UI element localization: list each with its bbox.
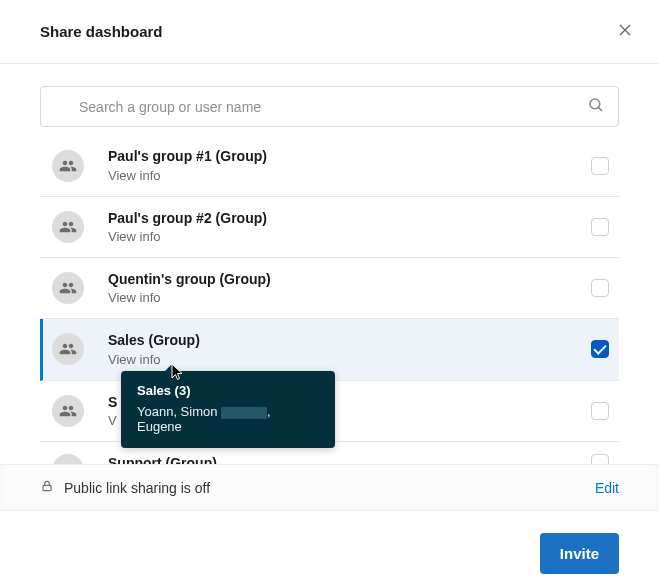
lock-icon [40, 479, 54, 496]
group-members-tooltip: Sales (3) Yoann, Simon , Eugene [121, 371, 335, 448]
close-icon [617, 22, 633, 38]
people-icon [59, 157, 77, 175]
list-item[interactable]: Paul's group #2 (Group) View info [40, 197, 619, 258]
people-icon [59, 402, 77, 420]
view-info-link[interactable]: View info [108, 290, 161, 305]
list-item[interactable]: Paul's group #1 (Group) View info [40, 139, 619, 197]
group-avatar [52, 150, 84, 182]
list-item-main: Paul's group #2 (Group) View info [108, 209, 591, 245]
list-item-title: Sales (Group) [108, 331, 591, 349]
list-item-title: Paul's group #2 (Group) [108, 209, 591, 227]
list-item-main: Sales (Group) View info [108, 331, 591, 367]
people-icon [59, 279, 77, 297]
svg-rect-2 [43, 485, 51, 490]
list-item-main: Support (Group) [108, 454, 591, 464]
list-item-title: Support (Group) [108, 454, 591, 464]
public-link-status: Public link sharing is off [64, 480, 210, 496]
edit-public-link-button[interactable]: Edit [595, 480, 619, 496]
tooltip-title: Sales (3) [137, 383, 319, 398]
invite-button[interactable]: Invite [540, 533, 619, 574]
tooltip-body: Yoann, Simon , Eugene [137, 404, 319, 434]
group-avatar [52, 395, 84, 427]
search-input[interactable] [40, 86, 619, 127]
group-list: Paul's group #1 (Group) View info Paul's… [40, 139, 619, 464]
list-item-checkbox[interactable] [591, 279, 609, 297]
people-icon [59, 461, 77, 464]
close-button[interactable] [613, 18, 637, 45]
search-wrap [40, 86, 619, 127]
dialog-footer: Invite [0, 511, 659, 586]
list-item-checkbox[interactable] [591, 402, 609, 420]
list-item-checkbox[interactable] [591, 340, 609, 358]
group-avatar [52, 454, 84, 464]
group-avatar [52, 272, 84, 304]
list-item[interactable]: Sales (Group) View info Sales (3) Yoann,… [40, 319, 619, 380]
view-info-link[interactable]: View info [108, 168, 161, 183]
list-item-checkbox[interactable] [591, 454, 609, 464]
group-avatar [52, 333, 84, 365]
public-link-bar: Public link sharing is off Edit [0, 464, 659, 511]
people-icon [59, 218, 77, 236]
group-avatar [52, 211, 84, 243]
view-info-link[interactable]: V [108, 413, 117, 428]
redacted-name [221, 407, 267, 419]
dialog-body: Paul's group #1 (Group) View info Paul's… [0, 64, 659, 464]
list-item-main: Quentin's group (Group) View info [108, 270, 591, 306]
dialog-title: Share dashboard [40, 23, 163, 40]
list-item-title: Paul's group #1 (Group) [108, 147, 591, 165]
list-item[interactable]: Quentin's group (Group) View info [40, 258, 619, 319]
list-item-title: Quentin's group (Group) [108, 270, 591, 288]
list-item-checkbox[interactable] [591, 157, 609, 175]
list-item-main: Paul's group #1 (Group) View info [108, 147, 591, 183]
view-info-link[interactable]: View info [108, 229, 161, 244]
view-info-link[interactable]: View info [108, 352, 161, 367]
people-icon [59, 340, 77, 358]
dialog-header: Share dashboard [0, 0, 659, 64]
list-item-checkbox[interactable] [591, 218, 609, 236]
